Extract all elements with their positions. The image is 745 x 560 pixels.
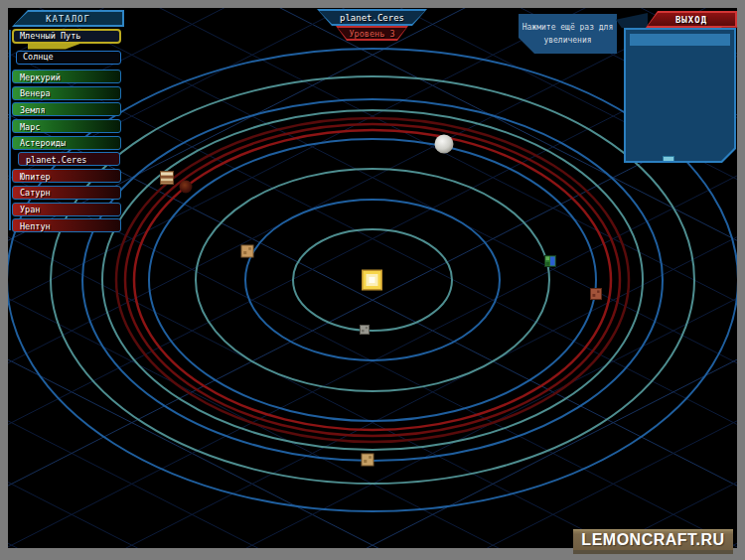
watermark: LEMONCRAFT.RU — [573, 529, 733, 550]
tier-label: Уровень 3 — [338, 28, 406, 39]
sidebar-item-jupiter[interactable]: Юпитер — [12, 169, 121, 183]
sidebar-item-mercury[interactable]: Меркурий — [12, 70, 121, 83]
catalog-header-label: КАТАЛОГ — [14, 12, 122, 25]
exit-button[interactable]: ВЫХОД — [646, 11, 737, 28]
grid-line — [8, 279, 737, 548]
zoom-hint-line1: Нажмите ещё раз для — [522, 23, 614, 32]
sidebar-item-uranus[interactable]: Уран — [12, 203, 121, 216]
sidebar-item-milky-way[interactable]: Млечный Путь — [12, 29, 121, 44]
info-panel — [624, 28, 736, 163]
sidebar-item-saturn[interactable]: Сатурн — [12, 186, 121, 200]
sidebar-item-asteroids[interactable]: Астероиды — [12, 136, 121, 150]
info-panel-fill — [626, 30, 734, 161]
celestial-map-screen: { "sidebar": { "header": "КАТАЛОГ", "gal… — [0, 0, 745, 560]
sidebar-item-earth[interactable]: Земля — [12, 102, 121, 116]
sidebar-item-neptune[interactable]: Нептун — [12, 218, 121, 232]
exit-button-label: ВЫХОД — [648, 13, 735, 26]
info-panel-header — [630, 34, 730, 46]
body-sun[interactable] — [362, 270, 382, 291]
body-saturn[interactable] — [362, 454, 373, 466]
body-mars[interactable] — [591, 289, 602, 300]
catalog-header: КАТАЛОГ — [12, 10, 124, 27]
selected-body-banner: planet.Ceres — [317, 9, 427, 26]
selected-body-label: planet.Ceres — [319, 11, 425, 24]
tier-banner: Уровень 3 — [336, 26, 408, 41]
sidebar-item-mars[interactable]: Марс — [12, 119, 121, 133]
body-earth[interactable] — [545, 256, 556, 267]
grid-line — [8, 279, 737, 548]
body-asteroids[interactable] — [180, 181, 193, 194]
zoom-hint-tooltip: Нажмите ещё раз для увеличения — [519, 14, 617, 54]
body-mercury[interactable] — [361, 326, 370, 335]
sidebar-spine — [9, 30, 11, 230]
body-jupiter[interactable] — [161, 172, 174, 185]
sidebar-item-venus[interactable]: Венера — [12, 86, 121, 100]
sidebar-item-sun[interactable]: Солнце — [16, 51, 121, 65]
body-ceres[interactable] — [435, 135, 454, 154]
zoom-hint-line2: увеличения — [543, 36, 591, 45]
body-venus[interactable] — [241, 245, 253, 257]
sidebar-item-ceres[interactable]: planet.Ceres — [18, 152, 120, 166]
sidebar-body-list: МеркурийВенераЗемляМарсАстероидыplanet.C… — [12, 70, 121, 235]
